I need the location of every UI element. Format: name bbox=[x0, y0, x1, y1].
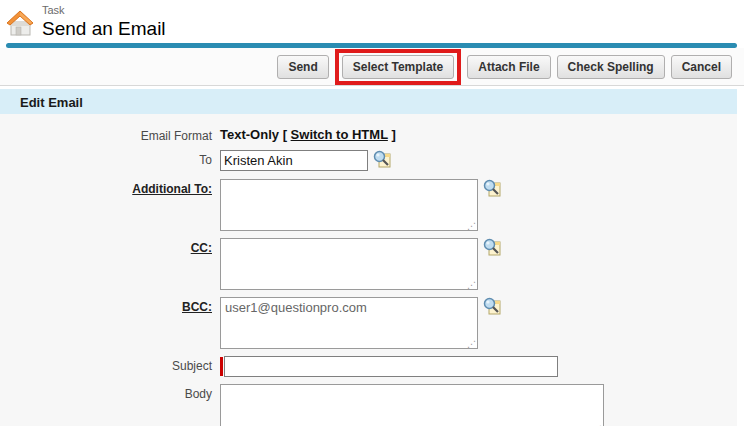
to-label: To bbox=[0, 150, 220, 167]
page-header: Task Send an Email bbox=[0, 0, 744, 42]
edit-email-form: Email Format Text-Only [ Switch to HTML … bbox=[0, 114, 737, 426]
cc-row: CC: ⋰ bbox=[0, 238, 737, 290]
body-row: Body ⋰ bbox=[0, 384, 737, 426]
cancel-button[interactable]: Cancel bbox=[671, 55, 732, 79]
additional-to-textarea[interactable] bbox=[220, 179, 478, 231]
check-spelling-button[interactable]: Check Spelling bbox=[557, 55, 665, 79]
additional-to-lookup-icon[interactable] bbox=[483, 179, 501, 201]
required-field-marker bbox=[220, 357, 223, 376]
bcc-textarea[interactable]: user1@questionpro.com bbox=[220, 297, 478, 349]
email-format-current: Text-Only bbox=[220, 127, 279, 142]
to-lookup-icon[interactable] bbox=[373, 150, 391, 172]
bracket-open: [ bbox=[283, 127, 287, 142]
bcc-row: BCC: user1@questionpro.com ⋰ bbox=[0, 297, 737, 349]
select-template-button[interactable]: Select Template bbox=[342, 55, 454, 79]
email-format-value: Text-Only [ Switch to HTML ] bbox=[220, 126, 396, 142]
page-title: Send an Email bbox=[42, 17, 744, 41]
email-format-row: Email Format Text-Only [ Switch to HTML … bbox=[0, 126, 737, 143]
action-toolbar: Send Select Template Attach File Check S… bbox=[0, 48, 744, 86]
body-label: Body bbox=[0, 384, 220, 401]
to-input[interactable] bbox=[220, 150, 368, 171]
section-header-edit-email: Edit Email bbox=[0, 89, 737, 114]
additional-to-label-link[interactable]: Additional To: bbox=[132, 182, 212, 196]
subject-input[interactable] bbox=[224, 356, 558, 377]
send-button[interactable]: Send bbox=[277, 55, 328, 79]
task-home-icon bbox=[4, 8, 36, 40]
cc-textarea[interactable] bbox=[220, 238, 478, 290]
to-row: To bbox=[0, 150, 737, 172]
subject-label: Subject bbox=[0, 356, 220, 373]
record-type-label: Task bbox=[42, 4, 744, 17]
attach-file-button[interactable]: Attach File bbox=[467, 55, 550, 79]
cc-lookup-icon[interactable] bbox=[483, 238, 501, 260]
bcc-lookup-icon[interactable] bbox=[483, 297, 501, 319]
bcc-label-link[interactable]: BCC: bbox=[182, 300, 212, 314]
body-textarea[interactable] bbox=[220, 384, 604, 426]
cc-label-link[interactable]: CC: bbox=[191, 241, 212, 255]
additional-to-row: Additional To: ⋰ bbox=[0, 179, 737, 231]
email-format-label: Email Format bbox=[0, 126, 220, 143]
switch-to-html-link[interactable]: Switch to HTML bbox=[291, 127, 388, 142]
subject-row: Subject bbox=[0, 356, 737, 377]
annotation-highlight-box: Select Template bbox=[335, 49, 461, 85]
bracket-close: ] bbox=[391, 127, 395, 142]
